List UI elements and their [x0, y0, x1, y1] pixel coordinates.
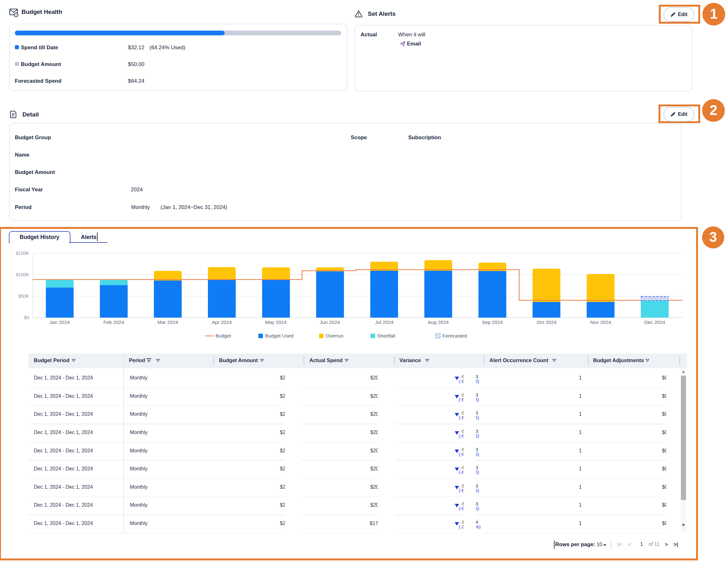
- svg-text:Nov 2024: Nov 2024: [590, 319, 611, 325]
- svg-text:Oct 2024: Oct 2024: [537, 319, 557, 325]
- svg-text:Overrun: Overrun: [326, 333, 343, 338]
- svg-text:Mar 2024: Mar 2024: [157, 319, 178, 325]
- svg-text:Forecasted: Forecasted: [442, 333, 467, 338]
- svg-text:Shortfall: Shortfall: [377, 333, 395, 338]
- svg-text:$50K: $50K: [18, 293, 29, 298]
- svg-text:$0: $0: [24, 315, 29, 320]
- svg-text:Feb 2024: Feb 2024: [103, 319, 124, 325]
- svg-text:Sep 2024: Sep 2024: [482, 319, 503, 325]
- svg-text:Aug 2024: Aug 2024: [428, 319, 449, 325]
- svg-text:$100K: $100K: [16, 272, 29, 277]
- svg-text:May 2024: May 2024: [265, 319, 287, 325]
- svg-text:Budget: Budget: [215, 333, 231, 338]
- svg-text:Jan 2024: Jan 2024: [50, 319, 70, 325]
- svg-text:$150K: $150K: [16, 251, 29, 256]
- svg-text:Jun 2024: Jun 2024: [320, 319, 340, 325]
- svg-text:Dec 2024: Dec 2024: [644, 319, 665, 325]
- svg-text:Jul 2024: Jul 2024: [375, 319, 394, 325]
- svg-text:Apr 2024: Apr 2024: [212, 319, 232, 325]
- svg-text:Budget Used: Budget Used: [265, 333, 294, 338]
